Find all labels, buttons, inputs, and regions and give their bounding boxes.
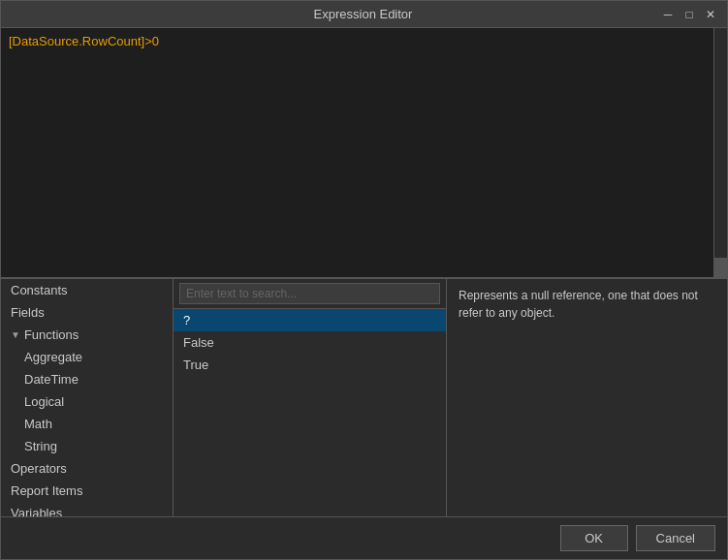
bottom-section: Constants Fields ▼ Functions Aggregate D… xyxy=(1,278,727,559)
sidebar-item-operators[interactable]: Operators xyxy=(1,457,173,480)
sidebar-item-math[interactable]: Math xyxy=(1,413,173,435)
right-panel: Represents a null reference, one that do… xyxy=(447,279,727,516)
list-item-true[interactable]: True xyxy=(174,354,446,376)
panels: Constants Fields ▼ Functions Aggregate D… xyxy=(1,278,727,516)
search-input[interactable] xyxy=(179,283,440,304)
datetime-label: DateTime xyxy=(24,372,79,387)
false-label: False xyxy=(183,335,214,350)
functions-expand-icon: ▼ xyxy=(11,329,20,340)
sidebar-item-report-items[interactable]: Report Items xyxy=(1,480,173,502)
search-box xyxy=(174,279,446,309)
functions-label: Functions xyxy=(24,327,79,342)
sidebar-item-constants[interactable]: Constants xyxy=(1,279,173,301)
ok-button[interactable]: OK xyxy=(560,525,628,551)
title-bar: Expression Editor ─ □ ✕ xyxy=(1,1,727,28)
math-label: Math xyxy=(24,417,52,431)
null-ref-label: ? xyxy=(183,313,190,327)
expression-editor-window: Expression Editor ─ □ ✕ [DataSource.RowC… xyxy=(0,0,728,560)
fields-label: Fields xyxy=(11,305,45,320)
constants-label: Constants xyxy=(11,283,68,297)
variables-label: Variables xyxy=(11,506,62,516)
logical-label: Logical xyxy=(24,394,64,409)
sidebar-item-aggregate[interactable]: Aggregate xyxy=(1,346,173,368)
operators-label: Operators xyxy=(11,461,67,476)
cancel-button[interactable]: Cancel xyxy=(636,525,715,551)
title-bar-controls: ─ □ ✕ xyxy=(659,6,719,23)
list-area: ? False True xyxy=(174,309,446,516)
true-label: True xyxy=(183,358,208,372)
editor-scrollbar-thumb xyxy=(714,258,727,277)
list-item-false[interactable]: False xyxy=(174,331,446,354)
aggregate-label: Aggregate xyxy=(24,350,82,364)
editor-scrollbar[interactable] xyxy=(713,28,727,277)
string-label: String xyxy=(24,439,57,453)
sidebar-item-logical[interactable]: Logical xyxy=(1,390,173,413)
sidebar-item-fields[interactable]: Fields xyxy=(1,301,173,324)
maximize-button[interactable]: □ xyxy=(681,6,698,23)
sidebar-item-datetime[interactable]: DateTime xyxy=(1,368,173,390)
sidebar-item-functions[interactable]: ▼ Functions xyxy=(1,324,173,346)
minimize-button[interactable]: ─ xyxy=(659,6,677,23)
left-panel: Constants Fields ▼ Functions Aggregate D… xyxy=(1,279,174,516)
close-button[interactable]: ✕ xyxy=(702,6,719,23)
footer: OK Cancel xyxy=(1,516,727,559)
sidebar-item-string[interactable]: String xyxy=(1,435,173,457)
description-text: Represents a null reference, one that do… xyxy=(459,289,698,320)
expression-editor-area[interactable]: [DataSource.RowCount]>0 xyxy=(1,28,727,278)
middle-panel: ? False True xyxy=(174,279,447,516)
expression-content: [DataSource.RowCount]>0 xyxy=(9,34,159,48)
report-items-label: Report Items xyxy=(11,483,82,498)
sidebar-item-variables[interactable]: Variables xyxy=(1,502,173,516)
list-item-null[interactable]: ? xyxy=(174,309,446,331)
window-title: Expression Editor xyxy=(67,7,659,21)
